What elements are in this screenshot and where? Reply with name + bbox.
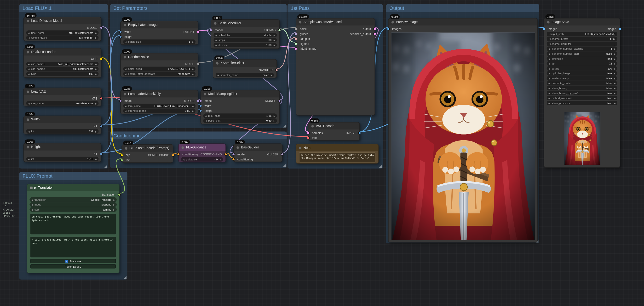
group-header[interactable]: FLUX Prompt <box>20 172 128 180</box>
prompt-textarea-source[interactable]: Un chat, poil orange, avec une cape roug… <box>30 213 116 235</box>
node-title-bar[interactable]: RandomNoise <box>121 54 198 61</box>
note-text[interactable]: To see the preview, update your ComfyUI … <box>299 153 376 162</box>
widget-steps[interactable]: steps30 <box>214 38 277 43</box>
next-arrow-icon[interactable] <box>273 114 276 117</box>
collapse-dot-icon[interactable] <box>214 22 216 25</box>
widget-max-shift[interactable]: max_shift1.15 <box>204 113 277 118</box>
widget-int[interactable]: int1216 <box>26 157 99 161</box>
input-port-images[interactable] <box>543 27 546 30</box>
prev-arrow-icon[interactable] <box>214 34 218 36</box>
next-arrow-icon[interactable] <box>94 73 98 75</box>
input-port-width[interactable] <box>119 30 122 33</box>
node-model-sampling-flux[interactable]: 0.01s ModelSamplingFlux modelMODEL width… <box>200 90 280 124</box>
node-title-bar[interactable]: SamplerCustomAdvanced <box>296 19 374 26</box>
translate-button[interactable]: Translate <box>30 259 116 263</box>
next-arrow-icon[interactable] <box>94 130 98 133</box>
next-arrow-icon[interactable] <box>613 102 616 104</box>
next-arrow-icon[interactable] <box>613 72 616 75</box>
widget-filename-delimiter[interactable]: filename_delimiter_ <box>547 42 618 46</box>
widget-clip-name2[interactable]: clip_name2clip_l.safetensors <box>26 67 99 71</box>
input-port-noise[interactable] <box>294 27 297 30</box>
node-dual-clip-loader[interactable]: 6.80s DualCLIPLoader CLIP clip_name1t5xx… <box>24 48 102 78</box>
prompt-textarea-translated[interactable]: A cat, orange haired, with a red cape, h… <box>30 236 116 258</box>
output-port-conditioning[interactable] <box>172 153 175 156</box>
widget-embed-workflow[interactable]: embed_workflowtrue <box>547 96 618 100</box>
node-note[interactable]: Note To see the preview, update your Com… <box>296 144 378 164</box>
prev-arrow-icon[interactable] <box>548 72 551 75</box>
prev-arrow-icon[interactable] <box>124 68 128 70</box>
token-deepl-button[interactable]: Token DeepL <box>30 264 116 268</box>
widget-base-shift[interactable]: base_shift0.50 <box>204 118 277 123</box>
output-port-images[interactable] <box>618 27 622 30</box>
node-vae-decode[interactable]: 0.66s VAE Decode samplesIMAGE vae <box>308 122 360 141</box>
prev-arrow-icon[interactable] <box>548 67 551 70</box>
group-header[interactable]: Load FLUX.1 <box>20 4 108 12</box>
collapse-dot-icon[interactable] <box>124 24 126 26</box>
group-header[interactable]: Set Parameters <box>110 4 286 12</box>
widget-int[interactable]: int832 <box>26 129 99 134</box>
next-arrow-icon[interactable] <box>613 87 616 90</box>
prev-arrow-icon[interactable] <box>548 53 551 55</box>
widget-control-after-generate[interactable]: control_after_generaterandomize <box>123 72 196 76</box>
node-title-bar[interactable]: KSamplerSelect <box>213 60 276 67</box>
next-arrow-icon[interactable] <box>613 97 616 99</box>
next-arrow-icon[interactable] <box>273 44 276 46</box>
node-title-bar[interactable]: Note <box>296 144 378 151</box>
node-title-bar[interactable]: Empty Latent Image <box>121 21 198 28</box>
next-arrow-icon[interactable] <box>613 92 616 94</box>
prev-arrow-icon[interactable] <box>548 82 551 84</box>
collapse-dot-icon[interactable] <box>26 20 29 22</box>
prev-arrow-icon[interactable] <box>548 92 551 94</box>
node-flux-guidance[interactable]: 0.00s FluxGuidance conditioningCONDITION… <box>178 143 226 162</box>
node-load-diffusion-model[interactable]: 16.73s Load Diffusion Model MODEL unet_n… <box>24 17 102 41</box>
output-port-int[interactable] <box>100 125 103 128</box>
output-port-noise[interactable] <box>197 62 200 65</box>
widget-show-previews[interactable]: show_previewstrue <box>547 101 618 105</box>
prev-arrow-icon[interactable] <box>27 63 30 65</box>
next-arrow-icon[interactable] <box>192 105 195 107</box>
next-arrow-icon[interactable] <box>613 62 616 65</box>
output-port-model[interactable] <box>100 26 103 29</box>
prev-arrow-icon[interactable] <box>27 73 30 75</box>
node-title-bar[interactable]: Image Save <box>544 19 620 26</box>
prev-arrow-icon[interactable] <box>30 203 34 206</box>
prev-arrow-icon[interactable] <box>124 110 128 112</box>
collapse-dot-icon[interactable] <box>26 51 29 53</box>
collapse-dot-icon[interactable] <box>204 93 206 95</box>
prev-arrow-icon[interactable] <box>548 57 551 60</box>
node-basic-scheduler[interactable]: 0.00s BasicScheduler modelSIGMAS schedul… <box>210 20 280 49</box>
widget-batch-size[interactable]: batch_size1 <box>123 40 196 44</box>
collapse-dot-icon[interactable] <box>236 146 239 148</box>
node-translator[interactable]: Translator translation translatorGoogle … <box>26 184 119 273</box>
input-port-model[interactable] <box>210 29 212 32</box>
prev-arrow-icon[interactable] <box>548 48 551 50</box>
next-arrow-icon[interactable] <box>94 37 98 39</box>
group-header[interactable]: Conditioning <box>110 132 286 140</box>
prev-arrow-icon[interactable] <box>548 62 551 65</box>
next-arrow-icon[interactable] <box>273 34 276 36</box>
prev-arrow-icon[interactable] <box>214 44 218 46</box>
prev-arrow-icon[interactable] <box>30 208 34 211</box>
next-arrow-icon[interactable] <box>613 48 616 50</box>
checkbox-checked-icon[interactable] <box>66 260 68 263</box>
node-sampler-custom-advanced[interactable]: 95.60s SamplerCustomAdvanced noiseoutput… <box>296 18 375 115</box>
node-title-bar[interactable]: BasicGuider <box>234 144 282 151</box>
collapse-dot-icon[interactable] <box>299 147 302 149</box>
input-port-model[interactable] <box>199 99 202 102</box>
node-title-bar[interactable]: Preview Image <box>388 19 538 26</box>
output-port-guider[interactable] <box>281 153 284 156</box>
next-arrow-icon[interactable] <box>613 77 616 79</box>
widget-vae-name[interactable]: vae_nameae.safetensors <box>26 101 99 106</box>
next-arrow-icon[interactable] <box>94 102 98 105</box>
widget-quality[interactable]: quality100 <box>547 66 618 71</box>
input-port-images[interactable] <box>387 27 390 30</box>
collapse-dot-icon[interactable] <box>311 125 314 127</box>
input-port-samples[interactable] <box>307 131 310 134</box>
next-arrow-icon[interactable] <box>94 68 98 70</box>
output-port-output[interactable] <box>373 27 376 30</box>
next-arrow-icon[interactable] <box>94 158 98 160</box>
group-header[interactable]: Output <box>386 4 539 12</box>
output-port-image[interactable] <box>358 131 361 134</box>
collapse-dot-icon[interactable] <box>125 147 127 149</box>
prev-arrow-icon[interactable] <box>216 74 220 76</box>
